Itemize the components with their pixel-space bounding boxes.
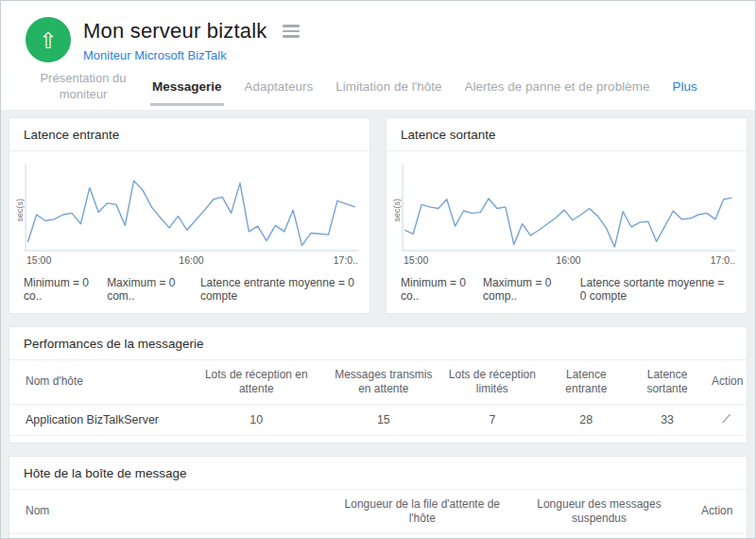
column-header: Lots de réception limités xyxy=(440,360,543,405)
x-tick: 15:00 xyxy=(404,254,428,266)
row-value-cell: 15 xyxy=(326,404,440,435)
chart-stat: Latence entrante moyenne = 0 compte xyxy=(200,276,355,303)
chart-stat: Latence sortante moyenne = 0 compte xyxy=(580,276,732,303)
chart-plot: 15:0016:0017:0.. xyxy=(25,165,358,269)
table-header-row: NomLongueur de la file d'attente de l'hô… xyxy=(9,490,747,534)
tab-plus[interactable]: Plus xyxy=(661,70,708,106)
x-tick: 17:0.. xyxy=(711,254,735,266)
column-header: Action xyxy=(706,360,747,405)
chart-body: sec(s) 15:0016:0017:0.. xyxy=(9,151,369,269)
chart-stat: Maximum = 0 com.. xyxy=(107,276,186,303)
chart-stats: Minimum = 0 co..Maximum = 0 com..Latence… xyxy=(9,269,369,313)
x-tick: 16:00 xyxy=(556,254,580,266)
line-chart xyxy=(25,165,358,252)
chart-card: Latence sortante sec(s) 15:0016:0017:0..… xyxy=(386,117,747,314)
data-table: NomLongueur de la file d'attente de l'hô… xyxy=(9,490,747,538)
column-header: Action xyxy=(688,490,747,534)
x-axis-ticks: 15:0016:0017:0.. xyxy=(402,254,735,269)
x-tick: 17:0.. xyxy=(334,254,358,266)
chart-plot: 15:0016:0017:0.. xyxy=(402,165,735,269)
tab-messagerie[interactable]: Messagerie xyxy=(141,70,233,106)
tab-limitation-de-l-hote[interactable]: Limitation de l'hôte xyxy=(324,70,453,106)
x-tick: 16:00 xyxy=(179,254,203,266)
page-title: Mon serveur biztalk xyxy=(83,19,267,43)
tab-adaptateurs[interactable]: Adaptateurs xyxy=(233,70,325,106)
table-row: Application BizTalkServer101572833 xyxy=(9,404,747,435)
row-value-cell: 28 xyxy=(543,404,628,435)
row-value-cell: 0 xyxy=(510,533,687,538)
app-window: ⇧ Mon serveur biztalk Moniteur Microsoft… xyxy=(0,0,756,539)
chart-stat: Maximum = 0 comp.. xyxy=(483,276,566,303)
table-title: Performances de la messagerie xyxy=(9,327,747,360)
row-value-cell: 7 xyxy=(440,404,543,435)
chart-card: Latence entrante sec(s) 15:0016:0017:0..… xyxy=(9,117,370,314)
column-header: Latence sortante xyxy=(628,360,706,405)
up-arrow-glyph: ⇧ xyxy=(39,30,57,52)
y-axis-label: sec(s) xyxy=(15,199,25,222)
tables-area: Performances de la messagerie Nom d'hôte… xyxy=(9,326,747,538)
row-name-cell: Application BizTalkServer xyxy=(9,404,186,435)
table-row: application biztalkserver: biztalmsgboxd… xyxy=(9,533,747,538)
row-value-cell: 1 xyxy=(334,533,510,538)
column-header: Latence entrante xyxy=(543,360,628,405)
pencil-edit-icon[interactable] xyxy=(720,412,732,425)
x-axis-ticks: 15:0016:0017:0.. xyxy=(25,254,358,269)
charts-row: Latence entrante sec(s) 15:0016:0017:0..… xyxy=(9,117,747,314)
table-card-performances-messagerie: Performances de la messagerie Nom d'hôte… xyxy=(9,326,747,443)
table-card-hote-boite-message: Hôte de la boîte de message NomLongueur … xyxy=(9,456,747,538)
table-title: Hôte de la boîte de message xyxy=(9,457,747,490)
data-table: Nom d'hôteLots de réception en attenteMe… xyxy=(9,360,747,436)
monitor-type-link[interactable]: Moniteur Microsoft BizTalk xyxy=(83,48,227,62)
column-header: Nom xyxy=(9,490,334,534)
content-area: Latence entrante sec(s) 15:0016:0017:0..… xyxy=(1,110,755,538)
chart-body: sec(s) 15:0016:0017:0.. xyxy=(387,151,747,269)
chart-stats: Minimum = 0 co..Maximum = 0 comp..Latenc… xyxy=(387,269,747,313)
row-value-cell: 10 xyxy=(186,404,326,435)
x-tick: 15:00 xyxy=(26,254,51,266)
chart-stat: Minimum = 0 co.. xyxy=(24,276,93,303)
column-header: Lots de réception en attente xyxy=(186,360,326,405)
column-header: Longueur de la file d'attente de l'hôte xyxy=(334,490,510,534)
up-arrow-status-icon: ⇧ xyxy=(26,17,71,62)
table-header-row: Nom d'hôteLots de réception en attenteMe… xyxy=(9,360,747,405)
y-axis-label: sec(s) xyxy=(392,199,402,222)
column-header: Longueur des messages suspendus xyxy=(510,490,687,534)
row-name-cell: application biztalkserver: biztalmsgboxd… xyxy=(9,533,334,538)
chart-stat: Minimum = 0 co.. xyxy=(401,276,469,303)
monitor-header: ⇧ Mon serveur biztalk Moniteur Microsoft… xyxy=(1,1,755,63)
row-value-cell: 33 xyxy=(628,404,706,435)
line-chart xyxy=(402,165,735,252)
chart-title: Latence entrante xyxy=(9,118,369,151)
tab-presentation-du-moniteur[interactable]: Présentation du moniteur xyxy=(26,67,141,110)
tab-alertes-de-panne-et-de-probleme[interactable]: Alertes de panne et de problème xyxy=(454,70,662,106)
title-block: Mon serveur biztalk Moniteur Microsoft B… xyxy=(83,17,300,63)
chart-title: Latence sortante xyxy=(387,118,747,151)
hamburger-menu-icon[interactable] xyxy=(283,22,300,40)
column-header: Messages transmis en attente xyxy=(326,360,440,405)
column-header: Nom d'hôte xyxy=(9,360,186,405)
tab-bar: Présentation du moniteurMessagerieAdapta… xyxy=(1,63,755,110)
